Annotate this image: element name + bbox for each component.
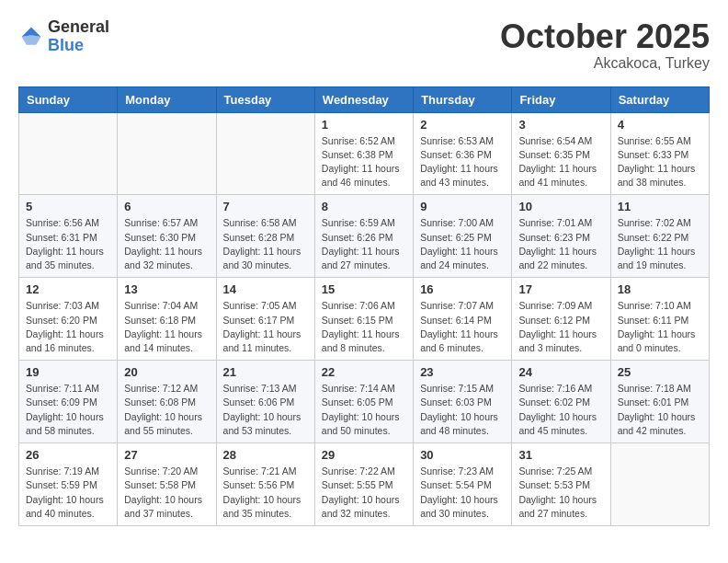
day-number: 11 (618, 200, 702, 213)
day-number: 23 (420, 365, 505, 379)
day-number: 24 (518, 365, 603, 379)
day-info: Sunrise: 7:25 AM Sunset: 5:53 PM Dayligh… (518, 465, 603, 521)
day-info: Sunrise: 7:20 AM Sunset: 5:58 PM Dayligh… (124, 465, 209, 521)
day-number: 15 (322, 282, 406, 296)
calendar-cell: 3Sunrise: 6:54 AM Sunset: 6:35 PM Daylig… (512, 112, 610, 195)
calendar-week-row: 19Sunrise: 7:11 AM Sunset: 6:09 PM Dayli… (19, 361, 710, 443)
weekday-header-thursday: Thursday (414, 86, 512, 112)
calendar-cell: 19Sunrise: 7:11 AM Sunset: 6:09 PM Dayli… (19, 361, 118, 443)
day-number: 26 (26, 448, 110, 462)
day-info: Sunrise: 7:09 AM Sunset: 6:12 PM Dayligh… (518, 299, 603, 355)
logo-general: General (48, 18, 109, 37)
day-number: 19 (26, 365, 110, 379)
calendar-cell (610, 443, 709, 526)
day-info: Sunrise: 7:19 AM Sunset: 5:59 PM Dayligh… (26, 465, 110, 521)
day-info: Sunrise: 7:06 AM Sunset: 6:15 PM Dayligh… (322, 299, 406, 355)
calendar-cell: 26Sunrise: 7:19 AM Sunset: 5:59 PM Dayli… (19, 443, 118, 526)
day-number: 12 (26, 282, 110, 296)
day-number: 4 (618, 118, 702, 132)
calendar-cell: 14Sunrise: 7:05 AM Sunset: 6:17 PM Dayli… (216, 278, 314, 361)
day-number: 28 (223, 448, 308, 462)
svg-marker-1 (22, 35, 41, 45)
day-number: 2 (420, 118, 505, 132)
day-number: 14 (223, 282, 308, 296)
calendar-header: SundayMondayTuesdayWednesdayThursdayFrid… (19, 86, 710, 112)
calendar-cell: 4Sunrise: 6:55 AM Sunset: 6:33 PM Daylig… (610, 112, 709, 195)
calendar-cell: 22Sunrise: 7:14 AM Sunset: 6:05 PM Dayli… (314, 361, 413, 443)
calendar-cell (216, 112, 314, 195)
calendar-cell: 28Sunrise: 7:21 AM Sunset: 5:56 PM Dayli… (216, 443, 314, 526)
calendar-cell: 29Sunrise: 7:22 AM Sunset: 5:55 PM Dayli… (314, 443, 413, 526)
day-number: 29 (322, 448, 406, 462)
calendar-cell: 2Sunrise: 6:53 AM Sunset: 6:36 PM Daylig… (414, 112, 512, 195)
weekday-header-monday: Monday (118, 86, 216, 112)
calendar-cell: 20Sunrise: 7:12 AM Sunset: 6:08 PM Dayli… (118, 361, 216, 443)
calendar-cell: 1Sunrise: 6:52 AM Sunset: 6:38 PM Daylig… (314, 112, 413, 195)
day-number: 5 (26, 200, 110, 213)
day-info: Sunrise: 6:55 AM Sunset: 6:33 PM Dayligh… (618, 134, 702, 190)
location: Akcakoca, Turkey (500, 55, 710, 72)
calendar-cell: 17Sunrise: 7:09 AM Sunset: 6:12 PM Dayli… (512, 278, 610, 361)
day-info: Sunrise: 6:57 AM Sunset: 6:30 PM Dayligh… (124, 216, 209, 272)
day-number: 22 (322, 365, 406, 379)
day-number: 16 (420, 282, 505, 296)
day-info: Sunrise: 7:02 AM Sunset: 6:22 PM Dayligh… (618, 216, 702, 272)
day-info: Sunrise: 7:11 AM Sunset: 6:09 PM Dayligh… (26, 382, 110, 438)
month-title: October 2025 (500, 18, 710, 55)
calendar-cell: 31Sunrise: 7:25 AM Sunset: 5:53 PM Dayli… (512, 443, 610, 526)
calendar-cell: 25Sunrise: 7:18 AM Sunset: 6:01 PM Dayli… (610, 361, 709, 443)
calendar-cell: 9Sunrise: 7:00 AM Sunset: 6:25 PM Daylig… (414, 195, 512, 278)
day-info: Sunrise: 7:05 AM Sunset: 6:17 PM Dayligh… (223, 299, 308, 355)
calendar-cell (118, 112, 216, 195)
day-info: Sunrise: 6:53 AM Sunset: 6:36 PM Dayligh… (420, 134, 505, 190)
day-number: 17 (518, 282, 603, 296)
day-info: Sunrise: 7:13 AM Sunset: 6:06 PM Dayligh… (223, 382, 308, 438)
day-number: 1 (322, 118, 406, 132)
calendar-table: SundayMondayTuesdayWednesdayThursdayFrid… (18, 86, 710, 526)
day-info: Sunrise: 7:15 AM Sunset: 6:03 PM Dayligh… (420, 382, 505, 438)
day-info: Sunrise: 6:56 AM Sunset: 6:31 PM Dayligh… (26, 216, 110, 272)
day-number: 30 (420, 448, 505, 462)
logo-icon (18, 24, 44, 50)
weekday-header-row: SundayMondayTuesdayWednesdayThursdayFrid… (19, 86, 710, 112)
day-number: 7 (223, 200, 308, 213)
calendar-cell: 18Sunrise: 7:10 AM Sunset: 6:11 PM Dayli… (610, 278, 709, 361)
day-info: Sunrise: 7:14 AM Sunset: 6:05 PM Dayligh… (322, 382, 406, 438)
day-number: 21 (223, 365, 308, 379)
day-info: Sunrise: 7:16 AM Sunset: 6:02 PM Dayligh… (518, 382, 603, 438)
calendar-cell: 27Sunrise: 7:20 AM Sunset: 5:58 PM Dayli… (118, 443, 216, 526)
weekday-header-saturday: Saturday (610, 86, 709, 112)
calendar-cell: 8Sunrise: 6:59 AM Sunset: 6:26 PM Daylig… (314, 195, 413, 278)
weekday-header-sunday: Sunday (19, 86, 118, 112)
day-number: 27 (124, 448, 209, 462)
calendar-body: 1Sunrise: 6:52 AM Sunset: 6:38 PM Daylig… (19, 112, 710, 525)
day-info: Sunrise: 7:03 AM Sunset: 6:20 PM Dayligh… (26, 299, 110, 355)
logo-blue: Blue (48, 37, 109, 55)
calendar-week-row: 5Sunrise: 6:56 AM Sunset: 6:31 PM Daylig… (19, 195, 710, 278)
day-info: Sunrise: 7:00 AM Sunset: 6:25 PM Dayligh… (420, 216, 505, 272)
day-number: 31 (518, 448, 603, 462)
calendar-cell: 24Sunrise: 7:16 AM Sunset: 6:02 PM Dayli… (512, 361, 610, 443)
calendar-cell: 11Sunrise: 7:02 AM Sunset: 6:22 PM Dayli… (610, 195, 709, 278)
day-number: 18 (618, 282, 702, 296)
weekday-header-wednesday: Wednesday (314, 86, 413, 112)
calendar-cell: 10Sunrise: 7:01 AM Sunset: 6:23 PM Dayli… (512, 195, 610, 278)
logo-text: General Blue (48, 18, 109, 55)
calendar-cell: 5Sunrise: 6:56 AM Sunset: 6:31 PM Daylig… (19, 195, 118, 278)
calendar-cell: 15Sunrise: 7:06 AM Sunset: 6:15 PM Dayli… (314, 278, 413, 361)
day-info: Sunrise: 6:54 AM Sunset: 6:35 PM Dayligh… (518, 134, 603, 190)
weekday-header-friday: Friday (512, 86, 610, 112)
logo: General Blue (18, 18, 109, 55)
day-info: Sunrise: 7:18 AM Sunset: 6:01 PM Dayligh… (618, 382, 702, 438)
calendar-cell: 6Sunrise: 6:57 AM Sunset: 6:30 PM Daylig… (118, 195, 216, 278)
calendar-week-row: 12Sunrise: 7:03 AM Sunset: 6:20 PM Dayli… (19, 278, 710, 361)
calendar-cell: 23Sunrise: 7:15 AM Sunset: 6:03 PM Dayli… (414, 361, 512, 443)
day-info: Sunrise: 6:52 AM Sunset: 6:38 PM Dayligh… (322, 134, 406, 190)
day-info: Sunrise: 6:58 AM Sunset: 6:28 PM Dayligh… (223, 216, 308, 272)
day-info: Sunrise: 7:23 AM Sunset: 5:54 PM Dayligh… (420, 465, 505, 521)
day-number: 25 (618, 365, 702, 379)
calendar-cell (19, 112, 118, 195)
calendar-week-row: 26Sunrise: 7:19 AM Sunset: 5:59 PM Dayli… (19, 443, 710, 526)
day-number: 9 (420, 200, 505, 213)
day-number: 10 (518, 200, 603, 213)
